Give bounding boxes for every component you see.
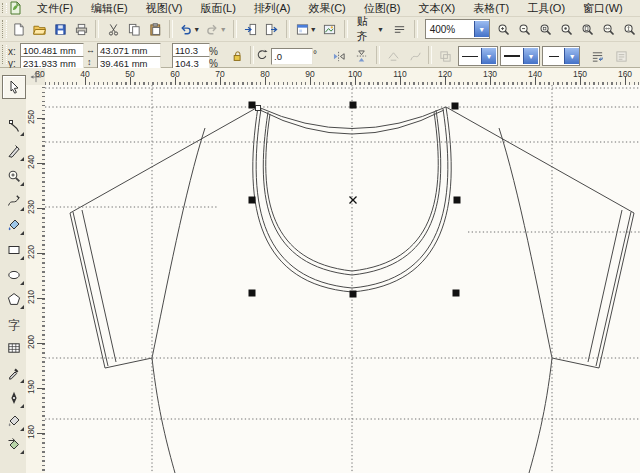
curve-node[interactable] <box>256 106 261 111</box>
menu-edit[interactable]: 编辑(E) <box>82 0 137 18</box>
menubar-grip[interactable] <box>2 3 7 13</box>
tool-polygon[interactable] <box>2 287 26 311</box>
selection-handle[interactable] <box>454 197 461 204</box>
selection-handle[interactable] <box>452 103 459 110</box>
vertical-ruler[interactable]: 250240230220210200190180 <box>26 85 46 473</box>
tool-freehand[interactable] <box>2 189 26 213</box>
paste-button[interactable] <box>145 19 165 40</box>
selection-handle[interactable] <box>249 290 256 297</box>
start-arrowhead-select[interactable]: ▼ <box>500 46 540 66</box>
chevron-down-icon: ▼ <box>564 48 579 64</box>
toolbar-grip[interactable] <box>2 20 7 38</box>
cut-button[interactable] <box>103 19 123 40</box>
selection-handle[interactable] <box>350 102 357 109</box>
menu-effects[interactable]: 效果(C) <box>300 0 355 18</box>
hruler-label: 140 <box>528 69 542 79</box>
rotation-angle-field[interactable]: .0 <box>271 48 313 65</box>
tool-rectangle[interactable] <box>2 238 26 262</box>
outline-style-select[interactable]: ▼ <box>458 46 498 66</box>
selection-handle[interactable] <box>249 102 256 109</box>
import-button[interactable] <box>241 19 261 40</box>
open-folder-button[interactable] <box>29 19 49 40</box>
combine-button[interactable] <box>382 45 404 67</box>
zoom-page-height-button[interactable] <box>620 19 640 40</box>
convert-to-curves-button[interactable] <box>404 45 426 67</box>
vruler-label: 220 <box>26 240 36 264</box>
app-icon <box>8 1 22 15</box>
print-button[interactable] <box>71 19 91 40</box>
horizontal-ruler[interactable]: 30405060708090100110120130140150160 <box>45 68 640 86</box>
import-icon <box>244 23 257 36</box>
tool-zoom[interactable] <box>2 164 26 188</box>
tool-pick[interactable] <box>2 75 26 99</box>
page-view[interactable] <box>45 85 640 473</box>
menu-tools[interactable]: 工具(O) <box>518 0 574 18</box>
zoom-page-width-button[interactable] <box>599 19 619 40</box>
object-properties-button[interactable] <box>610 45 632 67</box>
selection-handle[interactable] <box>350 291 357 298</box>
selection-handle[interactable] <box>249 197 256 204</box>
chevron-down-icon: ▼ <box>193 26 200 33</box>
save-button[interactable] <box>50 19 70 40</box>
undo-button[interactable]: ▼ <box>177 19 202 40</box>
menu-table[interactable]: 表格(T) <box>464 0 518 18</box>
menu-view[interactable]: 视图(V) <box>137 0 192 18</box>
app-launcher-icon <box>296 23 309 36</box>
export-button[interactable] <box>262 19 282 40</box>
menu-text[interactable]: 文本(X) <box>409 0 464 18</box>
menu-arrange[interactable]: 排列(A) <box>245 0 300 18</box>
propbar-grip[interactable] <box>2 45 7 64</box>
hruler-label: 60 <box>170 69 179 79</box>
cut-icon <box>107 23 120 36</box>
hruler-label: 50 <box>125 69 134 79</box>
line-style-sample <box>459 56 481 57</box>
zoom-all-objects-button[interactable] <box>557 19 577 40</box>
drawing-canvas[interactable] <box>45 85 640 473</box>
copy-button[interactable] <box>124 19 144 40</box>
outline-width-select[interactable]: ▼ <box>542 46 580 66</box>
wrap-text-button[interactable] <box>586 45 608 67</box>
mirror-horizontal-button[interactable] <box>328 45 350 67</box>
app-launcher-button[interactable]: ▼ <box>294 19 319 40</box>
zoom-in-button[interactable] <box>494 19 514 40</box>
zoom-page-icon <box>581 23 594 36</box>
weld-button[interactable] <box>434 45 456 67</box>
svg-text:字: 字 <box>8 318 20 332</box>
welcome-screen-button[interactable] <box>320 19 340 40</box>
new-document-button[interactable] <box>8 19 28 40</box>
line-style-sample <box>501 55 523 57</box>
vruler-label: 180 <box>26 420 36 444</box>
print-icon <box>75 23 88 36</box>
tool-fill[interactable] <box>2 409 26 433</box>
menu-help[interactable]: 帮助(H) <box>632 0 640 18</box>
pick-icon <box>7 80 21 94</box>
freehand-icon <box>7 194 21 208</box>
welcome-screen-icon <box>323 23 336 36</box>
zoom-page-button[interactable] <box>578 19 598 40</box>
combine-icon <box>387 50 400 63</box>
selection-handle[interactable] <box>453 290 460 297</box>
zoom-out-button[interactable] <box>515 19 535 40</box>
redo-button[interactable]: ▼ <box>203 19 228 40</box>
tool-shape[interactable] <box>2 114 26 138</box>
chevron-down-icon: ▼ <box>481 48 496 64</box>
tool-interactive-fill[interactable] <box>2 432 26 456</box>
tool-outline-pen[interactable] <box>2 386 26 410</box>
tool-table[interactable] <box>2 336 26 360</box>
mirror-vertical-button[interactable] <box>350 45 372 67</box>
smart-fill-icon <box>7 218 21 232</box>
options-button[interactable] <box>390 19 410 40</box>
menu-window[interactable]: 窗口(W) <box>574 0 632 18</box>
tool-eyedropper[interactable] <box>2 361 26 385</box>
tool-crop[interactable] <box>2 139 26 163</box>
zoom-selected-button[interactable] <box>536 19 556 40</box>
vruler-label: 250 <box>26 105 36 129</box>
scale-x-percent: % <box>209 46 218 57</box>
zoom-level-combo[interactable]: 400%▼ <box>425 19 490 39</box>
menu-layout[interactable]: 版面(L) <box>191 0 244 18</box>
lock-ratio-button[interactable] <box>226 45 248 67</box>
tool-smart-fill[interactable] <box>2 213 26 237</box>
tool-text[interactable]: 字 <box>2 312 26 336</box>
tool-ellipse[interactable] <box>2 263 26 287</box>
menu-file[interactable]: 文件(F) <box>28 0 82 18</box>
